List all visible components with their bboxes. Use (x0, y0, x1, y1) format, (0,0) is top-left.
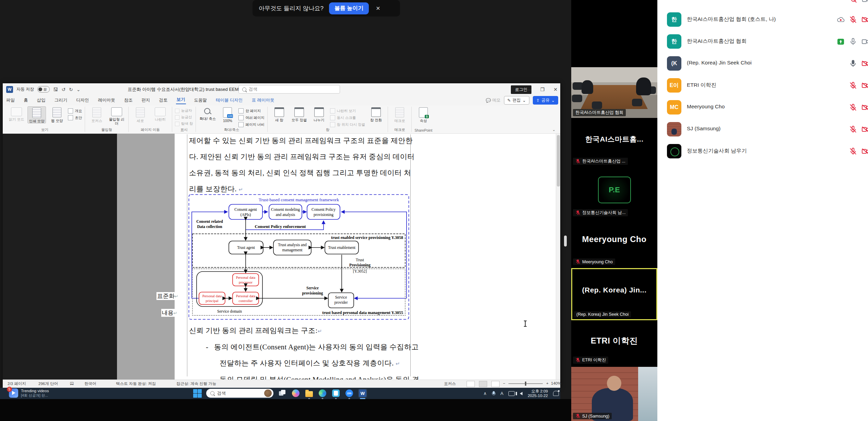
file-explorer-button[interactable] (305, 389, 314, 398)
participant-row[interactable]: 한 한국AI스마트홈산업 협회 (호스트, 나) (657, 12, 868, 32)
zoom-app-button[interactable] (345, 389, 354, 398)
word-logo-icon[interactable] (6, 86, 13, 93)
zoom-out-button[interactable]: − (503, 381, 505, 385)
video-tile-room[interactable]: 한국AI스마트홈산업 협회 (571, 67, 657, 118)
word-statusbar: 2/3 페이지 296개 단어 🕮 한국어 텍스트 자동 완성: 켜짐 접근성:… (3, 380, 560, 388)
outline-button[interactable]: 개요 (68, 108, 82, 113)
video-tile-meeryoung[interactable]: Meeryoung Cho Meeryoung Cho (571, 219, 657, 267)
participant-row[interactable]: 정보통신기술사회 남우기 (657, 144, 868, 163)
tab-view[interactable]: 보기 (176, 97, 186, 104)
tab-mailings[interactable]: 편지 (141, 97, 151, 103)
properties-button[interactable]: 속성 (414, 106, 432, 123)
share-button[interactable]: ⇪ 공유 ⌄ (533, 96, 558, 105)
svg-text:controller: controller (239, 299, 253, 303)
clock[interactable]: 오후 2:09 2025-10-22 (528, 389, 548, 398)
widgets-button[interactable]: 5 Trending videos [4회 선공개] 한... (9, 388, 49, 398)
focus-icon (92, 107, 101, 118)
taskbar-search[interactable]: 검색 (206, 389, 273, 398)
tray-chevron-icon[interactable]: ∧ (483, 391, 487, 396)
accessibility-status[interactable]: 접근성: 계속 진행 가능 (176, 381, 216, 386)
copilot-button[interactable] (291, 389, 300, 398)
proofing-icon[interactable]: 🕮 (70, 381, 74, 385)
document-scrollbar[interactable] (556, 134, 560, 380)
multi-page-button[interactable]: 여러 페이지 (238, 115, 264, 120)
zoom-button[interactable]: 확대/ 축소 (199, 106, 216, 121)
participant-row[interactable]: MC Meeryoung Cho (657, 100, 868, 119)
one-page-button[interactable]: 한 페이지 (238, 108, 264, 113)
svg-text:Service: Service (306, 286, 319, 290)
save-icon[interactable]: 🖫 (53, 87, 58, 92)
video-tile-pe[interactable]: P.E 정보통신기술사회 남... (571, 168, 657, 218)
redo-icon[interactable]: ↻ (69, 87, 73, 92)
tab-design[interactable]: 디자인 (75, 97, 90, 103)
restore-icon[interactable]: ❐ (540, 87, 545, 92)
ime-indicator[interactable]: A (501, 391, 504, 396)
banner-close-icon[interactable]: ✕ (376, 5, 380, 12)
page-width-button[interactable]: 페이지 너비 (238, 122, 264, 127)
page-indicator[interactable]: 2/3 페이지 (8, 381, 26, 386)
tray-microphone-icon[interactable] (492, 391, 495, 396)
web-layout-button[interactable]: 웹 모양 (48, 106, 66, 123)
photos-app-button[interactable] (331, 389, 340, 398)
autosave-toggle[interactable]: 끔 (37, 86, 50, 93)
camera-icon (861, 38, 868, 46)
participant-row[interactable]: 한 한국AI스마트홈산업 협회 (657, 34, 868, 53)
tab-insert[interactable]: 삽입 (36, 97, 46, 103)
tray-network-icon[interactable] (508, 391, 515, 396)
print-layout-view-icon[interactable] (479, 381, 487, 387)
read-mode-view-icon[interactable] (467, 381, 475, 387)
web-layout-view-icon[interactable] (491, 381, 500, 387)
participant-row[interactable]: (K (Rep. Korea) Jin Seek Choi (657, 56, 868, 75)
panel-resize-handle[interactable] (564, 236, 567, 246)
immersive-reader-button[interactable]: 몰입형 리더 (108, 106, 126, 125)
video-tile-sj[interactable]: SJ (Samsung) (571, 367, 657, 421)
comments-button[interactable]: 💬 메모 (486, 97, 501, 103)
close-icon[interactable]: ✕ (553, 87, 558, 92)
search-input[interactable]: 검색 (238, 85, 340, 94)
notification-bell-icon[interactable] (553, 391, 559, 396)
new-window-button[interactable]: 새 창 (270, 106, 288, 122)
split-button[interactable]: 나누기 (310, 106, 328, 122)
tab-table-design[interactable]: 테이블 디자인 (215, 97, 243, 103)
tab-layout[interactable]: 레이아웃 (97, 97, 116, 103)
collapse-ribbon-icon[interactable]: ⌄ (552, 128, 555, 132)
draft-button[interactable]: 초안 (68, 115, 82, 120)
zoom-slider[interactable] (508, 383, 543, 384)
tray-speaker-icon[interactable] (520, 392, 523, 395)
tab-file[interactable]: 파일 (5, 97, 15, 103)
undo-icon[interactable]: ↺ (61, 87, 66, 92)
video-tile-association[interactable]: 한국AI스마트홈... 한국AI스마트홈산업 ... (571, 119, 657, 167)
print-layout-button[interactable]: 인쇄 모양 (27, 106, 46, 123)
tab-references[interactable]: 참조 (124, 97, 133, 103)
tray-time: 오후 2:09 (531, 389, 548, 394)
edge-button[interactable] (318, 389, 327, 398)
minimize-icon[interactable]: — (527, 87, 531, 92)
autocomplete-status[interactable]: 텍스트 자동 완성: 켜짐 (116, 381, 156, 386)
switch-window-button[interactable]: 창 전환 (367, 106, 385, 122)
participant-row[interactable]: E이 ETRI 이학진 (657, 78, 868, 97)
tab-review[interactable]: 검토 (159, 97, 168, 103)
zoom-slider-handle[interactable] (525, 382, 526, 386)
start-button[interactable] (193, 389, 202, 398)
arrange-all-button[interactable]: 모두 정렬 (290, 106, 308, 122)
language-indicator[interactable]: 한국어 (84, 381, 96, 386)
zoom-in-button[interactable]: + (546, 381, 549, 385)
task-view-button[interactable] (278, 389, 287, 398)
zoom-100-button[interactable]: 100% (219, 106, 236, 123)
participant-row[interactable]: SJ (Samsung) (657, 122, 868, 141)
tab-draw[interactable]: 그리기 (54, 97, 68, 103)
word-count[interactable]: 296개 단어 (38, 381, 58, 386)
group-label-macros: 매크로 (394, 127, 405, 133)
raise-volume-button[interactable]: 볼륨 높이기 (329, 2, 369, 14)
tab-help[interactable]: 도움말 (193, 97, 208, 103)
video-tile-active-speaker[interactable]: (Rep. Korea) Jin... (Rep. Korea) Jin See… (571, 268, 657, 320)
zoom-percentage[interactable]: 140% (551, 381, 561, 385)
quickaccess-more-icon[interactable]: ⌄ (77, 87, 81, 92)
edit-mode-button[interactable]: ✎ 편집 ⌄ (504, 96, 529, 105)
document-canvas[interactable]: 표준화↵ 내용↵ 제어할 수 있는 신뢰 기반 동의 관리 프레임워크 구조의 … (3, 134, 560, 380)
tab-home[interactable]: 홈 (23, 97, 29, 103)
focus-mode-button[interactable]: 포커스 (444, 381, 456, 386)
word-app-button[interactable] (358, 389, 367, 398)
tab-table-layout[interactable]: 표 레이아웃 (251, 97, 275, 103)
video-tile-etri[interactable]: ETRI 이학진 ETRI 이학진 (571, 323, 657, 365)
